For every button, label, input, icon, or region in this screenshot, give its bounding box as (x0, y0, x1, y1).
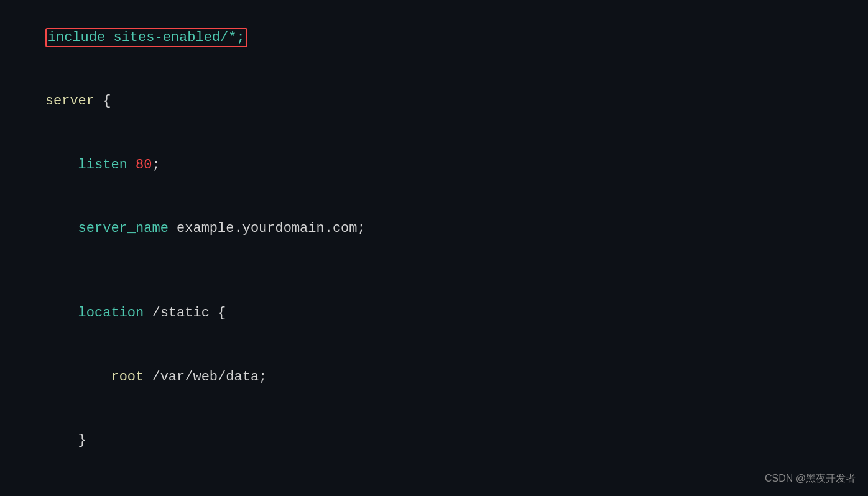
keyword-listen: listen (45, 157, 127, 173)
keyword-include: include sites-enabled/*; (45, 28, 247, 47)
code-line-7: root /var/web/data; (12, 346, 856, 409)
value-80: 80 (127, 157, 152, 173)
code-line-6: location /static { (12, 282, 856, 345)
code-line-9 (12, 472, 856, 494)
code-block: include sites-enabled/*; server { listen… (0, 0, 868, 496)
keyword-server: server (45, 93, 95, 109)
code-line-3: listen 80; (12, 134, 856, 197)
keyword-location-static: location (45, 305, 144, 321)
brace-open: { (95, 93, 111, 109)
code-line-10: location / { (12, 494, 856, 496)
code-line-1: include sites-enabled/*; (12, 6, 856, 70)
code-line-2: server { (12, 70, 856, 133)
code-line-8: } (12, 409, 856, 472)
code-line-4: server_name example.yourdomain.com; (12, 197, 856, 260)
watermark: CSDN @黑夜开发者 (765, 471, 856, 487)
code-line-5 (12, 260, 856, 282)
keyword-root: root (45, 369, 144, 385)
keyword-server-name: server_name (45, 221, 169, 236)
